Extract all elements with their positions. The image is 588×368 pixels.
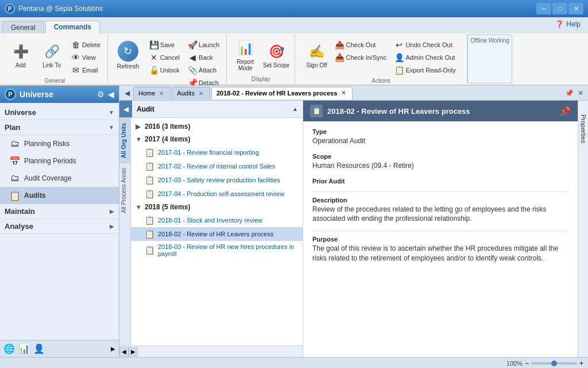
zoom-slider[interactable] [531, 362, 577, 365]
sidebar-section-analyse[interactable]: Analyse ▶ [0, 219, 119, 234]
tree-item-2018-03[interactable]: 📋 2018-03 - Review of HR new hires proce… [131, 241, 303, 259]
attach-button[interactable]: 📎 Attach [184, 64, 223, 76]
tree-item-2017-04[interactable]: 📋 2017-04 - Production self-assessment r… [131, 187, 303, 201]
tree-item-2018-01[interactable]: 📋 2018-01 - Stock and Inventory review [131, 213, 303, 227]
zoom-out-btn[interactable]: − [525, 359, 529, 367]
sidebar-section-universe[interactable]: Universe ▼ [0, 105, 119, 120]
content-pin-btn[interactable]: 📌 [564, 88, 574, 98]
side-tab-process-areas[interactable]: All Process Areas [119, 163, 130, 217]
scope-label: Scope [312, 153, 568, 160]
app-logo: P [5, 3, 15, 14]
tab-review-hr[interactable]: 2018-02 - Review of HR Leavers process ✕ [211, 87, 353, 99]
group-2017-toggle: ▼ [136, 136, 142, 143]
audits-icon: 📋 [9, 190, 21, 201]
sidebar-btn-2[interactable]: 📊 [18, 343, 30, 354]
scope-value: Human Resources (09.4 - Retire) [312, 161, 568, 171]
restore-button[interactable]: □ [552, 3, 567, 14]
tree-group-2016[interactable]: ▶ 2016 (3 items) [131, 120, 303, 133]
refresh-button[interactable]: ↻ Refresh [111, 37, 145, 73]
sidebar-item-audits[interactable]: 📋 Audits [0, 187, 119, 204]
content-close-btn[interactable]: ✕ [575, 88, 586, 98]
small-group-checkout: 📤 Check Out 📥 Check In/Sync [331, 37, 390, 64]
tree-item-2017-02[interactable]: 📋 2017-02 - Review of internal control S… [131, 159, 303, 173]
item-2018-02-label: 2018-02 - Review of HR Leavers process [158, 231, 273, 237]
sidebar-btn-3[interactable]: 👤 [33, 343, 45, 354]
sidebar-item-audit-coverage[interactable]: 🗂 Audit Coverage [0, 170, 119, 187]
tree-side-tabs: All Org Units All Process Areas [119, 118, 131, 346]
ribbon-content: ➕ Add 🔗 Link To 🗑 Delete [0, 33, 588, 85]
tree-item-2017-03[interactable]: 📋 2017-03 - Safety review production fac… [131, 173, 303, 187]
tab-nav-left[interactable]: ◀ [122, 88, 132, 98]
close-button[interactable]: ✕ [568, 3, 583, 14]
set-scope-button[interactable]: 🎯 Set Scope [261, 37, 291, 73]
tab-audits-close[interactable]: ✕ [197, 89, 205, 97]
scroll-right[interactable]: ▶ [129, 347, 138, 356]
tab-home[interactable]: Home ✕ [133, 87, 171, 99]
sidebar-btn-1[interactable]: 🌐 [3, 343, 15, 354]
undo-check-out-button[interactable]: ↩ Undo Check Out [391, 39, 459, 51]
admin-check-out-button[interactable]: 👤 Admin Check Out [391, 51, 459, 64]
display-buttons: 📊 Report Mode 🎯 Set Scope [230, 36, 291, 75]
tree-item-2017-01[interactable]: 📋 2017-01 - Review financial reporting [131, 145, 303, 159]
properties-label[interactable]: Properties [579, 112, 588, 145]
tab-audits[interactable]: Audits ✕ [172, 87, 210, 99]
unlock-button[interactable]: 🔓 Unlock [146, 64, 183, 76]
minimize-button[interactable]: ─ [536, 3, 551, 14]
tree-item-2018-02[interactable]: 📋 2018-02 - Review of HR Leavers process [131, 227, 303, 241]
zoom-control: 100% − + [506, 359, 583, 367]
check-in-sync-button[interactable]: 📥 Check In/Sync [331, 51, 390, 64]
sidebar-section-maintain[interactable]: Maintain ▶ [0, 204, 119, 219]
content-controls: 📌 ✕ [564, 88, 586, 98]
tab-home-close[interactable]: ✕ [157, 89, 165, 97]
delete-icon: 🗑 [71, 40, 80, 49]
launch-button[interactable]: 🚀 Launch [184, 39, 223, 51]
check-out-button[interactable]: 📤 Check Out [331, 39, 390, 51]
scroll-left[interactable]: ◀ [119, 347, 129, 356]
sidebar-section-plan[interactable]: Plan ▼ [0, 120, 119, 135]
tree-group-2017[interactable]: ▼ 2017 (4 items) [131, 133, 303, 145]
sidebar-item-planning-risks[interactable]: 🗂 Planning Risks [0, 135, 119, 152]
tab-commands[interactable]: Commands [45, 21, 100, 33]
settings-icon[interactable]: ⚙ [97, 90, 105, 99]
title-bar-left: P Pentana @ Sepia Solutions [5, 3, 103, 14]
help-button[interactable]: ❓ Help [550, 17, 586, 31]
tab-general[interactable]: General [2, 21, 44, 33]
email-button[interactable]: ✉ Email [68, 64, 104, 76]
offline-group-label: Offline Working [470, 36, 509, 44]
sidebar-more-btn[interactable]: ▶ [111, 346, 115, 352]
back-button[interactable]: ◀ Back [184, 51, 223, 64]
purpose-field: Purpose The goal of this review is to as… [312, 236, 568, 263]
delete-button[interactable]: 🗑 Delete [68, 39, 104, 51]
sign-off-button[interactable]: ✍ Sign Off [303, 37, 330, 73]
report-mode-icon: 📊 [236, 39, 254, 57]
view-button[interactable]: 👁 View [68, 51, 104, 64]
save-button[interactable]: 💾 Save [146, 39, 183, 51]
plan-arrow: ▼ [109, 124, 114, 131]
sidebar-title: Universe [20, 90, 94, 99]
save-icon: 💾 [149, 40, 158, 49]
tree-dropdown[interactable]: Audit ▲ [132, 105, 303, 113]
group-2018-label: 2018 (5 items) [145, 203, 190, 211]
item-2017-03-label: 2017-03 - Safety review production facil… [158, 177, 280, 183]
sidebar-item-planning-periods[interactable]: 📅 Planning Periods [0, 152, 119, 170]
pin-icon[interactable]: 📌 [559, 106, 571, 117]
properties-sidebar[interactable]: Properties [578, 101, 588, 357]
tree-group-2018[interactable]: ▼ 2018 (5 items) [131, 201, 303, 213]
cancel-button[interactable]: ✕ Cancel [146, 51, 183, 64]
tree-nav-btn[interactable]: ◀ [119, 101, 132, 117]
plan-label: Plan [5, 123, 109, 132]
collapse-icon[interactable]: ◀ [108, 90, 114, 99]
audits-label: Audits [24, 191, 45, 200]
admin-icon: 👤 [394, 53, 404, 62]
maintain-label: Maintain [5, 207, 110, 216]
main-layout: P Universe ⚙ ◀ Universe ▼ Plan ▼ 🗂 Plann… [0, 86, 588, 357]
small-group-unlock: 💾 Save ✕ Cancel 🔓 Unlock [146, 37, 183, 76]
tab-review-hr-close[interactable]: ✕ [339, 89, 347, 97]
report-mode-button[interactable]: 📊 Report Mode [230, 37, 260, 73]
side-tab-org-units[interactable]: All Org Units [119, 118, 130, 163]
export-read-only-button[interactable]: 📋 Export Read-Only [391, 64, 459, 76]
link-to-button[interactable]: 🔗 Link To [37, 37, 67, 73]
add-button[interactable]: ➕ Add [6, 37, 36, 73]
detail-header-icon: 📋 [310, 105, 323, 117]
zoom-in-btn[interactable]: + [579, 359, 583, 367]
